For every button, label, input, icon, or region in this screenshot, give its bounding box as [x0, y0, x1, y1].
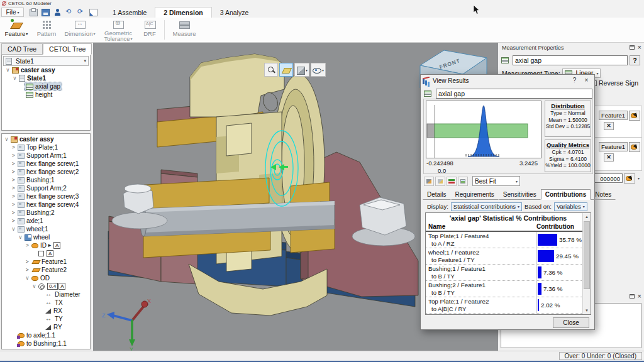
scroll-up-icon[interactable]: ▲ [583, 213, 591, 221]
tree-item-to-bushing-1-1[interactable]: to Bushing;1.1 [2, 339, 90, 348]
tree-item-to-axle-1-1[interactable]: to axle;1.1 [2, 331, 90, 339]
display-mode-select[interactable]: Statistical Contributions ▾ [451, 202, 522, 211]
chevron-down-icon[interactable]: ▾ [638, 176, 640, 180]
tree-item-wheel-1[interactable]: vwheel;1 [2, 225, 90, 233]
feature1-button[interactable]: Feature1 [599, 111, 628, 120]
based-on-select[interactable]: Variables ▾ [554, 202, 587, 211]
tree-item-cylindricity[interactable]: v0.4A [2, 282, 90, 290]
expand-arrow[interactable]: > [11, 145, 16, 150]
tree-item-caster-assy[interactable]: vcaster assy [2, 135, 90, 143]
view-orientation-button[interactable]: ▾ [311, 63, 326, 77]
value-pick-icon[interactable] [624, 173, 635, 184]
tree-item-hex-flange-screw-4[interactable]: >hex flange screw;4 [2, 200, 90, 209]
tree-item-id[interactable]: >ID►A [2, 241, 90, 250]
collapse-arrow[interactable]: v [4, 136, 9, 142]
feature-pick-icon[interactable] [629, 111, 640, 121]
document-icon[interactable] [89, 9, 97, 16]
undo-icon[interactable] [65, 9, 74, 16]
ribbon-button-pattern[interactable]: Pattern [31, 18, 62, 42]
collapse-arrow[interactable]: v [12, 75, 18, 81]
tree-item-od[interactable]: vOD [2, 274, 90, 282]
ribbon-button-measure[interactable]: Measure [168, 18, 201, 42]
tree-item-hex-flange-screw-1[interactable]: >hex flange screw;1 [2, 160, 90, 168]
tab-cetol-tree[interactable]: CETOL Tree [43, 43, 92, 55]
close-button[interactable]: Close [553, 317, 589, 328]
save-icon[interactable] [42, 9, 50, 16]
tree-item-caster-assy[interactable]: vcaster assy [3, 66, 89, 74]
redo-icon[interactable] [77, 9, 86, 16]
ribbon-button-dimension[interactable]: Dimension▾ [62, 18, 98, 42]
scrollbar-thumb[interactable] [584, 221, 590, 289]
collapse-arrow[interactable]: v [11, 226, 16, 232]
tab-details[interactable]: Details [423, 189, 451, 200]
zoom-tool-button[interactable] [264, 63, 278, 77]
expand-arrow[interactable]: > [25, 243, 30, 248]
tree-item-ry[interactable]: RY [2, 323, 90, 331]
contribution-row-top-plate-1-feature2[interactable]: Top Plate;1 / Feature2to A|B|C / RY2.02 … [426, 297, 591, 314]
image-icon[interactable] [458, 177, 468, 186]
file-menu-button[interactable]: File ▾ [1, 8, 24, 17]
ribbon-button-geometric-tolerance[interactable]: Geometric Tolerance▾ [98, 18, 138, 42]
tree-item-top-plate-1[interactable]: >Top Plate;1 [2, 143, 90, 151]
tree-item-support-arm-2[interactable]: >Support Arm;2 [2, 184, 90, 192]
tree-item-support-arm-1[interactable]: >Support Arm;1 [2, 151, 90, 160]
ribbon-tab-1-assemble[interactable]: 1 Assemble [104, 7, 155, 18]
ribbon-tab-2-dimension[interactable]: 2 Dimension [155, 7, 211, 18]
ribbon-tab-3-analyze[interactable]: 3 Analyze [212, 7, 257, 18]
tree-item-axial-gap[interactable]: axial gap [3, 82, 89, 90]
value-field-fragment[interactable]: 000000 [594, 173, 623, 183]
state-selector[interactable]: State1 ▾ [3, 56, 89, 66]
dialog-close-icon[interactable]: × [580, 76, 592, 85]
contribution-row-wheel-1-feature2[interactable]: wheel;1 / Feature2to Feature1 / TY29.45 … [426, 248, 591, 265]
tree-item-tx[interactable]: TX [2, 299, 90, 307]
tree-item-wheel[interactable]: vwheel [2, 233, 90, 241]
expand-arrow[interactable]: > [25, 267, 30, 273]
clear-selection-button[interactable]: ✕ [604, 122, 614, 130]
expand-arrow[interactable]: > [11, 177, 16, 183]
export-icon[interactable] [424, 177, 434, 186]
contribution-row-bushing-1-feature1[interactable]: Bushing;1 / Feature1to B / TY7.36 % [426, 265, 591, 281]
ribbon-button-drf[interactable]: DRF [138, 18, 161, 42]
float-panel-icon[interactable] [630, 45, 635, 50]
tree-item-rx[interactable]: RX [2, 307, 90, 315]
copy-icon[interactable] [435, 177, 445, 186]
table-scrollbar[interactable]: ▲ ▼ [582, 213, 591, 314]
tab-notes[interactable]: Notes [591, 189, 616, 200]
close-panel-icon[interactable]: × [638, 294, 641, 299]
expand-arrow[interactable]: > [11, 161, 16, 167]
user-icon[interactable] [53, 9, 62, 16]
expand-arrow[interactable]: > [11, 202, 16, 207]
contribution-row-bushing-2-feature1[interactable]: Bushing;2 / Feature1to B / TY7.36 % [426, 281, 591, 297]
tree-item-height[interactable]: height [3, 90, 89, 99]
tab-sensitivities[interactable]: Sensitivities [499, 189, 541, 200]
expand-arrow[interactable]: > [11, 185, 16, 191]
tree-item-diameter[interactable]: Diameter [2, 290, 90, 299]
expand-arrow[interactable]: > [11, 218, 16, 224]
tab-cad-tree[interactable]: CAD Tree [1, 43, 43, 55]
tab-contributions[interactable]: Contributions [541, 189, 591, 200]
tree-item-feature2[interactable]: >Feature2 [2, 266, 90, 274]
dialog-help-button[interactable]: ? [569, 76, 580, 85]
ribbon-button-feature[interactable]: Feature▾ [1, 18, 31, 42]
collapse-arrow[interactable]: v [18, 234, 23, 240]
tree-item-bushing-1[interactable]: >Bushing;1 [2, 176, 90, 184]
dialog-title-bar[interactable]: View Results ? × [421, 75, 594, 86]
feature2-button[interactable]: Feature1 [599, 142, 628, 151]
expand-arrow[interactable]: > [11, 210, 16, 216]
clear-selection-button[interactable]: ✕ [604, 153, 614, 162]
feature-pick-icon[interactable] [629, 142, 640, 152]
print-icon[interactable] [30, 9, 38, 16]
measurement-name-input[interactable]: axial gap [513, 55, 628, 65]
tree-item-hex-flange-screw-2[interactable]: >hex flange screw;2 [2, 168, 90, 176]
scroll-down-icon[interactable]: ▼ [583, 307, 591, 314]
tree-item-hex-flange-screw-3[interactable]: >hex flange screw;3 [2, 192, 90, 200]
tree-item-ty[interactable]: TY [2, 315, 90, 323]
close-panel-icon[interactable]: × [638, 45, 641, 50]
dialog-measurement-name[interactable]: axial gap [436, 89, 592, 99]
hex-bolt-right[interactable] [352, 197, 415, 246]
help-button[interactable]: ? [630, 55, 640, 65]
collapse-arrow[interactable]: v [5, 67, 11, 73]
collapse-arrow[interactable]: v [25, 275, 30, 281]
expand-arrow[interactable]: > [25, 259, 30, 265]
tree-item-bushing-2[interactable]: >Bushing;2 [2, 209, 90, 217]
